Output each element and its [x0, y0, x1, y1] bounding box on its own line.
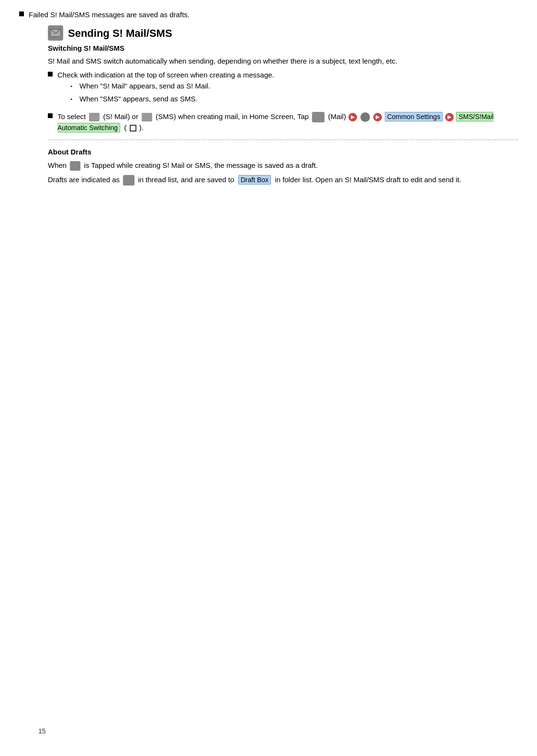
switching-subsection-title: Switching S! Mail/SMS [48, 43, 518, 54]
bullet-sq2 [48, 113, 53, 118]
draft-box-highlight[interactable]: Draft Box [238, 175, 271, 185]
drafts-para2: Drafts are indicated as in thread list, … [48, 174, 518, 186]
draft-list-icon [123, 175, 134, 186]
common-settings-highlight[interactable]: Common Settings [385, 112, 443, 121]
smail-icon [89, 113, 100, 121]
top-bullet-text: Failed S! Mail/SMS messages are saved as… [29, 10, 518, 21]
section-title: Sending S! Mail/SMS [68, 25, 172, 41]
switching-para1: S! Mail and SMS switch automatically whe… [48, 55, 518, 67]
back-icon [70, 161, 80, 171]
bullet-sq1 [48, 72, 53, 77]
section-title-row: Sending S! Mail/SMS [48, 25, 518, 41]
checkbox-icon [130, 125, 136, 131]
sub-bullet-sms: ・ When "SMS" appears, send as SMS. [67, 94, 518, 106]
to-select-bullet: To select (S! Mail) or (SMS) when creati… [48, 111, 518, 133]
circle-arrow-1: ▶ [348, 113, 357, 121]
check-indication-bullet: Check with indication at the top of scre… [48, 70, 518, 109]
bullet-square-icon [19, 11, 24, 16]
gear-icon [360, 112, 370, 122]
sms-icon [142, 113, 152, 121]
section-divider [48, 140, 518, 140]
drafts-subsection: About Drafts When is Tapped while creati… [48, 147, 518, 186]
dot-bullet2: ・ [67, 94, 76, 106]
top-bullet-item: Failed S! Mail/SMS messages are saved as… [19, 10, 518, 21]
page-number: 15 [38, 726, 46, 736]
mail-label-text: (Mail) [328, 112, 346, 121]
sub-bullet-smail-text: When "S! Mail" appears, send as S! Mail. [79, 81, 210, 92]
mail-tap-icon [312, 112, 324, 122]
sending-icon [48, 25, 63, 41]
main-section: Sending S! Mail/SMS Switching S! Mail/SM… [48, 25, 518, 186]
dot-bullet1: ・ [67, 81, 76, 93]
to-select-text: To select (S! Mail) or (SMS) when creati… [57, 111, 518, 133]
sub-bullet-smail: ・ When "S! Mail" appears, send as S! Mai… [67, 81, 518, 93]
about-drafts-title: About Drafts [48, 147, 518, 158]
sub-bullet-list: ・ When "S! Mail" appears, send as S! Mai… [67, 81, 518, 106]
check-indication-text: Check with indication at the top of scre… [57, 70, 518, 109]
circle-arrow-3: ▶ [445, 113, 454, 121]
sub-bullet-sms-text: When "SMS" appears, send as SMS. [79, 94, 198, 105]
circle-arrow-2: ▶ [373, 113, 382, 121]
switching-subsection: Switching S! Mail/SMS S! Mail and SMS sw… [48, 43, 518, 133]
drafts-para1: When is Tapped while creating S! Mail or… [48, 160, 518, 171]
